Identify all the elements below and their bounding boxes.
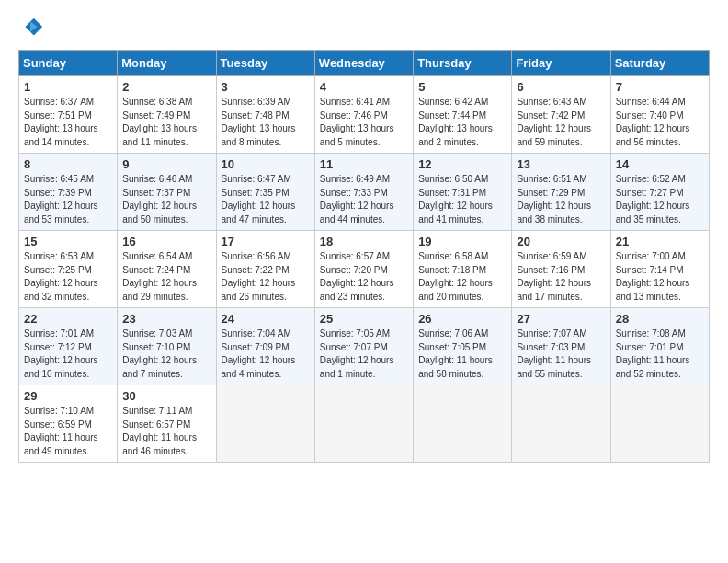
day-number: 8 bbox=[24, 157, 112, 171]
day-number: 11 bbox=[320, 157, 408, 171]
day-cell: 3Sunrise: 6:39 AMSunset: 7:48 PMDaylight… bbox=[216, 76, 314, 154]
header bbox=[18, 15, 710, 40]
day-number: 5 bbox=[418, 80, 506, 94]
day-number: 12 bbox=[418, 157, 506, 171]
day-info: Sunrise: 7:01 AMSunset: 7:12 PMDaylight:… bbox=[24, 327, 112, 381]
day-info: Sunrise: 7:04 AMSunset: 7:09 PMDaylight:… bbox=[222, 327, 310, 381]
week-row-5: 29Sunrise: 7:10 AMSunset: 6:59 PMDayligh… bbox=[19, 385, 710, 463]
day-info: Sunrise: 6:46 AMSunset: 7:37 PMDaylight:… bbox=[122, 173, 210, 226]
day-cell: 1Sunrise: 6:37 AMSunset: 7:51 PMDaylight… bbox=[19, 76, 118, 154]
day-info: Sunrise: 6:59 AMSunset: 7:16 PMDaylight:… bbox=[517, 250, 605, 304]
day-number: 17 bbox=[222, 235, 310, 248]
day-cell: 20Sunrise: 6:59 AMSunset: 7:16 PMDayligh… bbox=[512, 231, 610, 308]
day-info: Sunrise: 7:11 AMSunset: 6:57 PMDaylight:… bbox=[122, 405, 210, 458]
day-info: Sunrise: 6:58 AMSunset: 7:18 PMDaylight:… bbox=[418, 250, 506, 304]
day-number: 20 bbox=[517, 235, 605, 248]
day-info: Sunrise: 6:52 AMSunset: 7:27 PMDaylight:… bbox=[616, 173, 704, 226]
day-number: 4 bbox=[320, 80, 408, 94]
day-number: 18 bbox=[320, 235, 408, 248]
col-header-wednesday: Wednesday bbox=[314, 51, 413, 76]
day-info: Sunrise: 6:51 AMSunset: 7:29 PMDaylight:… bbox=[517, 173, 605, 226]
day-info: Sunrise: 7:07 AMSunset: 7:03 PMDaylight:… bbox=[517, 327, 605, 381]
day-cell bbox=[414, 385, 512, 463]
day-cell: 14Sunrise: 6:52 AMSunset: 7:27 PMDayligh… bbox=[610, 154, 709, 231]
day-info: Sunrise: 6:37 AMSunset: 7:51 PMDaylight:… bbox=[24, 96, 112, 149]
day-cell: 27Sunrise: 7:07 AMSunset: 7:03 PMDayligh… bbox=[512, 308, 610, 385]
day-number: 21 bbox=[616, 235, 704, 248]
day-cell bbox=[216, 385, 314, 463]
day-cell: 16Sunrise: 6:54 AMSunset: 7:24 PMDayligh… bbox=[118, 231, 216, 308]
day-number: 7 bbox=[616, 80, 704, 94]
day-number: 26 bbox=[418, 312, 506, 326]
day-info: Sunrise: 7:10 AMSunset: 6:59 PMDaylight:… bbox=[24, 405, 112, 458]
day-number: 16 bbox=[122, 235, 210, 248]
day-cell: 23Sunrise: 7:03 AMSunset: 7:10 PMDayligh… bbox=[118, 308, 216, 385]
day-number: 9 bbox=[122, 157, 210, 171]
day-cell: 28Sunrise: 7:08 AMSunset: 7:01 PMDayligh… bbox=[610, 308, 709, 385]
day-info: Sunrise: 7:00 AMSunset: 7:14 PMDaylight:… bbox=[616, 250, 704, 304]
day-number: 2 bbox=[122, 80, 210, 94]
day-cell: 6Sunrise: 6:43 AMSunset: 7:42 PMDaylight… bbox=[512, 76, 610, 154]
day-cell: 13Sunrise: 6:51 AMSunset: 7:29 PMDayligh… bbox=[512, 154, 610, 231]
day-info: Sunrise: 6:39 AMSunset: 7:48 PMDaylight:… bbox=[222, 96, 310, 149]
day-number: 6 bbox=[517, 80, 605, 94]
day-info: Sunrise: 6:44 AMSunset: 7:40 PMDaylight:… bbox=[616, 96, 704, 149]
day-cell: 26Sunrise: 7:06 AMSunset: 7:05 PMDayligh… bbox=[414, 308, 512, 385]
day-info: Sunrise: 6:43 AMSunset: 7:42 PMDaylight:… bbox=[517, 96, 605, 149]
day-cell: 9Sunrise: 6:46 AMSunset: 7:37 PMDaylight… bbox=[118, 154, 216, 231]
day-number: 15 bbox=[24, 235, 112, 248]
week-row-3: 15Sunrise: 6:53 AMSunset: 7:25 PMDayligh… bbox=[19, 231, 710, 308]
day-cell: 2Sunrise: 6:38 AMSunset: 7:49 PMDaylight… bbox=[118, 76, 216, 154]
col-header-tuesday: Tuesday bbox=[216, 51, 314, 76]
day-cell: 22Sunrise: 7:01 AMSunset: 7:12 PMDayligh… bbox=[19, 308, 118, 385]
day-cell: 10Sunrise: 6:47 AMSunset: 7:35 PMDayligh… bbox=[216, 154, 314, 231]
day-number: 28 bbox=[616, 312, 704, 326]
day-cell: 24Sunrise: 7:04 AMSunset: 7:09 PMDayligh… bbox=[216, 308, 314, 385]
logo-icon bbox=[18, 15, 44, 40]
day-cell: 25Sunrise: 7:05 AMSunset: 7:07 PMDayligh… bbox=[314, 308, 413, 385]
day-cell bbox=[512, 385, 610, 463]
day-number: 13 bbox=[517, 157, 605, 171]
day-number: 30 bbox=[122, 389, 210, 403]
day-info: Sunrise: 6:53 AMSunset: 7:25 PMDaylight:… bbox=[24, 250, 112, 304]
col-header-friday: Friday bbox=[512, 51, 610, 76]
day-number: 3 bbox=[222, 80, 310, 94]
day-cell: 8Sunrise: 6:45 AMSunset: 7:39 PMDaylight… bbox=[19, 154, 118, 231]
col-header-sunday: Sunday bbox=[19, 51, 118, 76]
day-cell: 5Sunrise: 6:42 AMSunset: 7:44 PMDaylight… bbox=[414, 76, 512, 154]
day-cell: 11Sunrise: 6:49 AMSunset: 7:33 PMDayligh… bbox=[314, 154, 413, 231]
day-cell bbox=[314, 385, 413, 463]
day-cell: 18Sunrise: 6:57 AMSunset: 7:20 PMDayligh… bbox=[314, 231, 413, 308]
day-number: 27 bbox=[517, 312, 605, 326]
day-number: 24 bbox=[222, 312, 310, 326]
day-cell: 29Sunrise: 7:10 AMSunset: 6:59 PMDayligh… bbox=[19, 385, 118, 463]
day-info: Sunrise: 7:05 AMSunset: 7:07 PMDaylight:… bbox=[320, 327, 408, 381]
day-info: Sunrise: 6:49 AMSunset: 7:33 PMDaylight:… bbox=[320, 173, 408, 226]
day-number: 1 bbox=[24, 80, 112, 94]
day-cell: 19Sunrise: 6:58 AMSunset: 7:18 PMDayligh… bbox=[414, 231, 512, 308]
day-number: 19 bbox=[418, 235, 506, 248]
day-number: 22 bbox=[24, 312, 112, 326]
day-cell: 17Sunrise: 6:56 AMSunset: 7:22 PMDayligh… bbox=[216, 231, 314, 308]
day-info: Sunrise: 6:42 AMSunset: 7:44 PMDaylight:… bbox=[418, 96, 506, 149]
logo bbox=[18, 15, 48, 40]
day-info: Sunrise: 6:38 AMSunset: 7:49 PMDaylight:… bbox=[122, 96, 210, 149]
day-number: 25 bbox=[320, 312, 408, 326]
day-cell: 21Sunrise: 7:00 AMSunset: 7:14 PMDayligh… bbox=[610, 231, 709, 308]
day-cell: 4Sunrise: 6:41 AMSunset: 7:46 PMDaylight… bbox=[314, 76, 413, 154]
day-number: 23 bbox=[122, 312, 210, 326]
calendar-table: SundayMondayTuesdayWednesdayThursdayFrid… bbox=[18, 50, 710, 463]
page: SundayMondayTuesdayWednesdayThursdayFrid… bbox=[0, 0, 728, 474]
day-info: Sunrise: 6:57 AMSunset: 7:20 PMDaylight:… bbox=[320, 250, 408, 304]
day-info: Sunrise: 7:03 AMSunset: 7:10 PMDaylight:… bbox=[122, 327, 210, 381]
day-info: Sunrise: 7:06 AMSunset: 7:05 PMDaylight:… bbox=[418, 327, 506, 381]
day-info: Sunrise: 6:56 AMSunset: 7:22 PMDaylight:… bbox=[222, 250, 310, 304]
day-info: Sunrise: 7:08 AMSunset: 7:01 PMDaylight:… bbox=[616, 327, 704, 381]
day-cell: 15Sunrise: 6:53 AMSunset: 7:25 PMDayligh… bbox=[19, 231, 118, 308]
day-number: 29 bbox=[24, 389, 112, 403]
header-row: SundayMondayTuesdayWednesdayThursdayFrid… bbox=[19, 51, 710, 76]
col-header-monday: Monday bbox=[118, 51, 216, 76]
day-cell: 12Sunrise: 6:50 AMSunset: 7:31 PMDayligh… bbox=[414, 154, 512, 231]
day-number: 10 bbox=[222, 157, 310, 171]
day-cell: 30Sunrise: 7:11 AMSunset: 6:57 PMDayligh… bbox=[118, 385, 216, 463]
